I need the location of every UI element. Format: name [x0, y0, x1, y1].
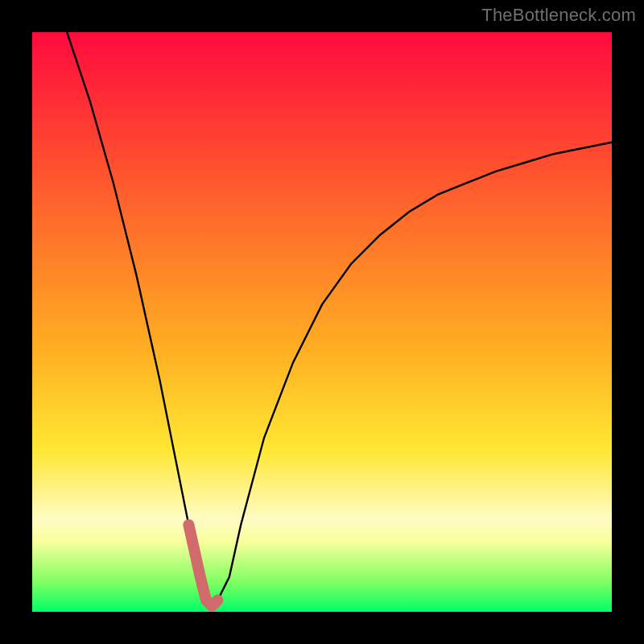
bottleneck-curve-svg	[32, 32, 612, 612]
min-region-highlight-path	[188, 525, 217, 606]
chart-frame: TheBottleneck.com	[0, 0, 644, 644]
chart-plot-area	[32, 32, 612, 612]
watermark-text: TheBottleneck.com	[481, 5, 636, 26]
bottleneck-curve-path	[67, 32, 612, 606]
